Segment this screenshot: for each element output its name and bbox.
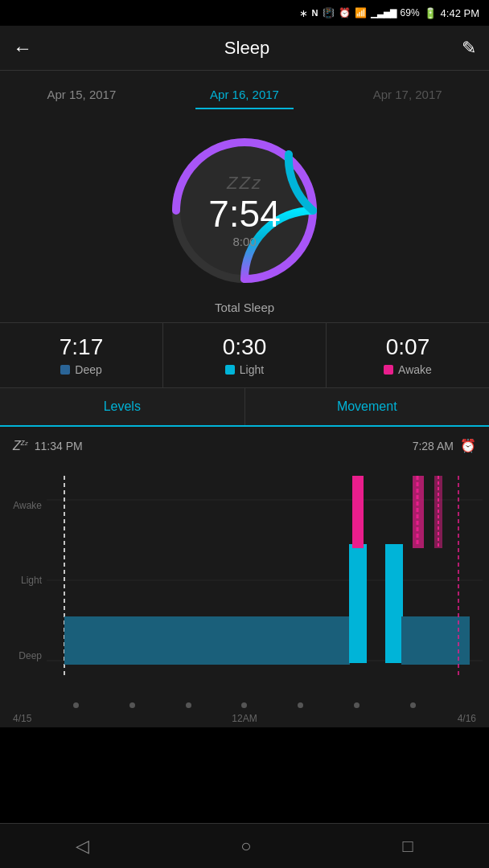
tabs-row: Levels Movement	[0, 388, 489, 427]
edit-button[interactable]: ✎	[462, 38, 476, 59]
wifi-icon: 📶	[355, 7, 367, 18]
battery-percentage: 69%	[401, 7, 420, 18]
svg-rect-8	[385, 544, 403, 663]
bluetooth-icon: ∗	[299, 7, 308, 19]
sleep-chart-svg	[0, 460, 489, 701]
stat-awake: 0:07 Awake	[327, 323, 489, 387]
bottom-nav: ◁ ○ □	[0, 823, 489, 868]
date-selector: Apr 15, 2017 Apr 16, 2017 Apr 17, 2017	[0, 71, 489, 114]
circle-inner: ZZz 7:54 8:00	[208, 173, 281, 248]
chart-header: Zzz 11:34 PM 7:28 AM ⏰	[0, 435, 489, 460]
dot-1	[73, 702, 79, 708]
alarm-chart-icon: ⏰	[460, 438, 476, 453]
dot-7	[410, 702, 416, 708]
wake-time: 7:28 AM ⏰	[413, 438, 476, 453]
dot-2	[129, 702, 135, 708]
chart-area: Awake Light Deep	[0, 460, 489, 701]
sleep-start-time: 11:34 PM	[35, 440, 83, 452]
awake-label-text: Awake	[398, 363, 432, 376]
top-nav: ← Sleep ✎	[0, 26, 489, 71]
wake-time-value: 7:28 AM	[413, 440, 454, 452]
svg-rect-6	[64, 616, 350, 665]
date-label-right: 4/16	[458, 713, 476, 724]
back-nav-icon[interactable]: ◁	[76, 836, 89, 857]
stat-light: 0:30 Light	[163, 323, 327, 387]
vibrate-icon: 📳	[323, 7, 335, 18]
deep-color-dot	[60, 365, 70, 375]
date-label-mid: 12AM	[232, 713, 257, 724]
page-title: Sleep	[224, 38, 269, 59]
stat-awake-value: 0:07	[333, 334, 483, 360]
stat-awake-label: Awake	[333, 363, 483, 376]
tab-movement[interactable]: Movement	[244, 388, 490, 425]
status-bar: ∗ N 📳 ⏰ 📶 ▁▃▅▇ 69% 🔋 4:42 PM	[0, 0, 489, 26]
tab-levels[interactable]: Levels	[0, 388, 244, 425]
chart-date-row: 4/15 12AM 4/16	[0, 710, 489, 727]
svg-rect-13	[413, 476, 424, 548]
recent-nav-icon[interactable]: □	[403, 836, 413, 857]
svg-rect-9	[401, 616, 470, 665]
stat-deep-label: Deep	[6, 363, 156, 376]
sleep-circle-section: ZZz 7:54 8:00 Total Sleep	[0, 114, 489, 322]
signal-icon: ▁▃▅▇	[371, 8, 397, 18]
battery-icon: 🔋	[424, 7, 437, 19]
svg-rect-15	[434, 476, 442, 548]
date-next[interactable]: Apr 17, 2017	[326, 76, 489, 109]
stats-row: 7:17 Deep 0:30 Light 0:07 Awake	[0, 322, 489, 388]
awake-color-dot	[384, 365, 393, 375]
stat-light-label: Light	[170, 363, 319, 376]
light-label-text: Light	[240, 363, 264, 376]
stat-light-value: 0:30	[170, 334, 319, 360]
total-sleep-label: Total Sleep	[215, 301, 274, 314]
dot-5	[298, 702, 303, 708]
back-button[interactable]: ←	[13, 37, 32, 59]
date-label-left: 4/15	[13, 713, 31, 724]
status-time: 4:42 PM	[441, 7, 479, 19]
zzz-display: ZZz	[208, 173, 281, 194]
svg-rect-11	[352, 476, 364, 548]
light-color-dot	[225, 365, 235, 375]
stat-deep-value: 7:17	[6, 334, 156, 360]
alarm-icon: ⏰	[339, 7, 351, 18]
sleep-circle: ZZz 7:54 8:00	[164, 130, 325, 291]
svg-rect-7	[349, 544, 367, 663]
sleep-start: Zzz 11:34 PM	[13, 438, 83, 453]
sleep-duration: 7:54	[208, 194, 281, 235]
status-icons: ∗ N 📳 ⏰ 📶 ▁▃▅▇ 69% 🔋 4:42 PM	[299, 7, 479, 19]
dot-3	[186, 702, 191, 708]
dot-row	[0, 701, 489, 710]
deep-label-text: Deep	[75, 363, 101, 376]
date-prev[interactable]: Apr 15, 2017	[0, 76, 163, 109]
nfc-icon: N	[312, 8, 318, 18]
chart-zzz-icon: Zzz	[13, 438, 28, 453]
sleep-goal: 8:00	[208, 235, 281, 248]
home-nav-icon[interactable]: ○	[240, 836, 251, 857]
chart-section: Zzz 11:34 PM 7:28 AM ⏰ Awake Light Deep	[0, 427, 489, 727]
stat-deep: 7:17 Deep	[0, 323, 163, 387]
date-current[interactable]: Apr 16, 2017	[163, 76, 327, 109]
dot-6	[354, 702, 360, 708]
dot-4	[241, 702, 247, 708]
